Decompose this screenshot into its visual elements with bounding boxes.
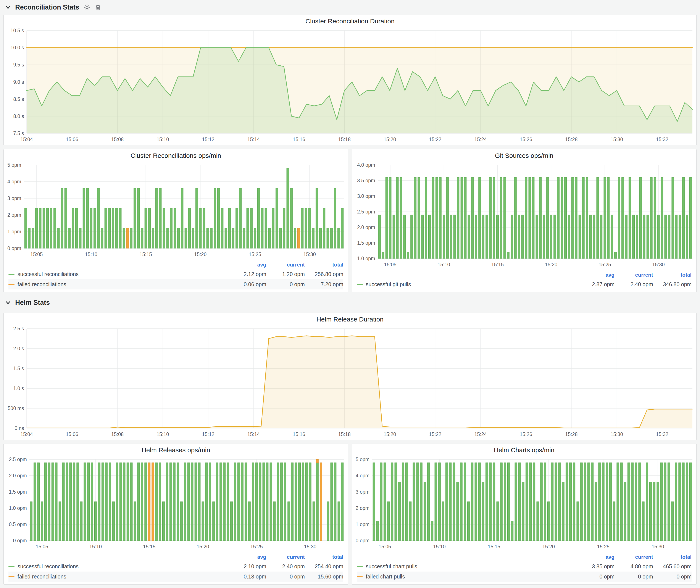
legend-current-value: 1.20 opm xyxy=(266,271,305,277)
svg-text:15:16: 15:16 xyxy=(293,431,305,437)
svg-text:15:24: 15:24 xyxy=(474,137,487,142)
legend-avg-value: 3.85 opm xyxy=(576,563,615,570)
svg-text:15:08: 15:08 xyxy=(111,431,124,437)
svg-text:15:05: 15:05 xyxy=(36,544,48,549)
svg-text:1.0 opm: 1.0 opm xyxy=(9,505,27,511)
svg-text:15:25: 15:25 xyxy=(597,544,610,549)
legend-col-current[interactable]: current xyxy=(266,262,305,268)
series-label[interactable]: failed reconciliations xyxy=(18,573,66,580)
svg-text:15:05: 15:05 xyxy=(384,262,397,267)
series-label[interactable]: successful chart pulls xyxy=(366,563,417,570)
chevron-down-icon[interactable] xyxy=(5,5,11,10)
svg-text:15:15: 15:15 xyxy=(143,544,156,549)
svg-text:15:32: 15:32 xyxy=(656,137,668,142)
svg-text:4.0 opm: 4.0 opm xyxy=(357,162,375,168)
chart-helm-release-duration[interactable]: 15:0415:0615:0815:1015:1215:1415:1615:18… xyxy=(4,326,696,440)
legend-col-avg[interactable]: avg xyxy=(576,554,615,560)
svg-text:15:32: 15:32 xyxy=(656,431,668,437)
svg-text:2.5 opm: 2.5 opm xyxy=(357,209,375,215)
row-header-helm-stats: Helm Stats xyxy=(3,292,697,313)
panel-title[interactable]: Helm Charts ops/min xyxy=(352,444,696,456)
panel-title[interactable]: Helm Releases ops/min xyxy=(4,444,348,456)
svg-text:15:20: 15:20 xyxy=(384,431,396,437)
series-label[interactable]: successful reconciliations xyxy=(18,271,79,277)
svg-text:15:06: 15:06 xyxy=(66,137,78,142)
series-color-mark xyxy=(8,566,15,567)
series-label[interactable]: successful reconciliations xyxy=(18,563,79,570)
panel-title[interactable]: Helm Release Duration xyxy=(4,313,696,326)
series-color-mark xyxy=(357,566,363,567)
gear-icon[interactable] xyxy=(84,4,90,11)
svg-text:7.5 s: 7.5 s xyxy=(13,131,24,136)
svg-text:15:18: 15:18 xyxy=(338,431,351,437)
series-color-mark xyxy=(8,284,15,285)
series-label[interactable]: failed reconciliations xyxy=(18,281,66,288)
svg-text:15:30: 15:30 xyxy=(652,262,665,267)
legend-col-avg[interactable]: avg xyxy=(576,272,615,278)
legend-col-current[interactable]: current xyxy=(266,554,305,560)
legend-total-value: 7.20 opm xyxy=(305,281,343,288)
legend-col-total[interactable]: total xyxy=(653,272,692,278)
chevron-down-icon[interactable] xyxy=(5,300,11,305)
legend-avg-value: 0 opm xyxy=(576,573,615,580)
legend-avg-value: 2.87 opm xyxy=(576,281,615,288)
legend-col-current[interactable]: current xyxy=(615,554,653,560)
legend-total-value: 254.40 opm xyxy=(305,563,343,570)
trash-icon[interactable] xyxy=(95,4,101,11)
svg-text:15:14: 15:14 xyxy=(247,431,260,437)
svg-text:15:10: 15:10 xyxy=(438,262,450,267)
svg-text:15:20: 15:20 xyxy=(194,252,207,257)
svg-text:15:22: 15:22 xyxy=(429,137,442,142)
panel-title[interactable]: Cluster Reconciliations ops/min xyxy=(4,149,348,162)
legend-header: avg current total xyxy=(8,553,343,561)
svg-text:15:25: 15:25 xyxy=(250,544,263,549)
chart-cluster-reconciliation-duration[interactable]: 15:0415:0615:0815:1015:1215:1415:1615:18… xyxy=(4,27,696,145)
chart-helm-releases-ops[interactable]: 15:0515:1015:1515:2015:2515:302.5 opm2.0… xyxy=(4,456,348,552)
svg-text:0 ns: 0 ns xyxy=(15,425,24,431)
svg-text:10.5 s: 10.5 s xyxy=(10,28,24,33)
svg-text:3 opm: 3 opm xyxy=(7,195,21,201)
panel-title[interactable]: Cluster Reconciliation Duration xyxy=(4,15,696,27)
chart-helm-charts-ops[interactable]: 15:0515:1015:1515:2015:2515:305 opm4 opm… xyxy=(352,456,696,552)
svg-text:15:20: 15:20 xyxy=(384,137,396,142)
svg-text:2.0 s: 2.0 s xyxy=(13,346,24,351)
svg-text:1.5 s: 1.5 s xyxy=(13,366,24,371)
row-title[interactable]: Reconciliation Stats xyxy=(15,3,79,11)
series-color-mark xyxy=(8,576,15,577)
legend-col-total[interactable]: total xyxy=(653,554,692,560)
legend-col-avg[interactable]: avg xyxy=(228,262,266,268)
legend-col-current[interactable]: current xyxy=(615,272,653,278)
series-label[interactable]: successful git pulls xyxy=(366,281,411,288)
legend-row: successful reconciliations 2.12 opm 1.20… xyxy=(8,269,343,279)
chart-cluster-reconciliations-ops[interactable]: 15:0515:1015:1515:2015:2515:305 opm4 opm… xyxy=(4,162,348,260)
legend-avg-value: 2.12 opm xyxy=(228,271,266,277)
svg-text:2.5 opm: 2.5 opm xyxy=(9,457,27,462)
svg-text:4 opm: 4 opm xyxy=(7,179,21,184)
svg-text:1 opm: 1 opm xyxy=(7,229,21,234)
svg-text:9.5 s: 9.5 s xyxy=(13,62,24,68)
legend-row: successful git pulls 2.87 opm 2.40 opm 3… xyxy=(357,279,692,289)
svg-text:15:26: 15:26 xyxy=(520,137,532,142)
legend-current-value: 2.40 opm xyxy=(266,563,305,570)
series-label[interactable]: failed chart pulls xyxy=(366,573,405,580)
legend-avg-value: 2.10 opm xyxy=(228,563,266,570)
legend-total-value: 256.80 opm xyxy=(305,271,343,277)
panel-title[interactable]: Git Sources ops/min xyxy=(352,149,696,162)
legend-current-value: 4.80 opm xyxy=(615,563,653,570)
row-header-reconciliation-stats: Reconciliation Stats xyxy=(3,0,697,15)
svg-text:1 opm: 1 opm xyxy=(356,522,369,527)
panel-helm-releases-ops: Helm Releases ops/min 15:0515:1015:1515:… xyxy=(3,444,348,585)
row-title[interactable]: Helm Stats xyxy=(15,299,50,307)
legend-col-total[interactable]: total xyxy=(305,554,343,560)
panel-helm-charts-ops: Helm Charts ops/min 15:0515:1015:1515:20… xyxy=(352,444,697,585)
legend-col-avg[interactable]: avg xyxy=(228,554,266,560)
legend-avg-value: 0.13 opm xyxy=(228,573,266,580)
chart-git-sources-ops[interactable]: 15:0515:1015:1515:2015:2515:304.0 opm3.5… xyxy=(352,162,696,270)
svg-text:3.5 opm: 3.5 opm xyxy=(357,178,375,183)
svg-text:15:30: 15:30 xyxy=(304,544,316,549)
legend-col-total[interactable]: total xyxy=(305,262,343,268)
svg-text:8.5 s: 8.5 s xyxy=(13,96,24,102)
svg-text:15:15: 15:15 xyxy=(488,544,500,549)
svg-text:15:06: 15:06 xyxy=(66,431,78,437)
svg-text:15:05: 15:05 xyxy=(379,544,391,549)
